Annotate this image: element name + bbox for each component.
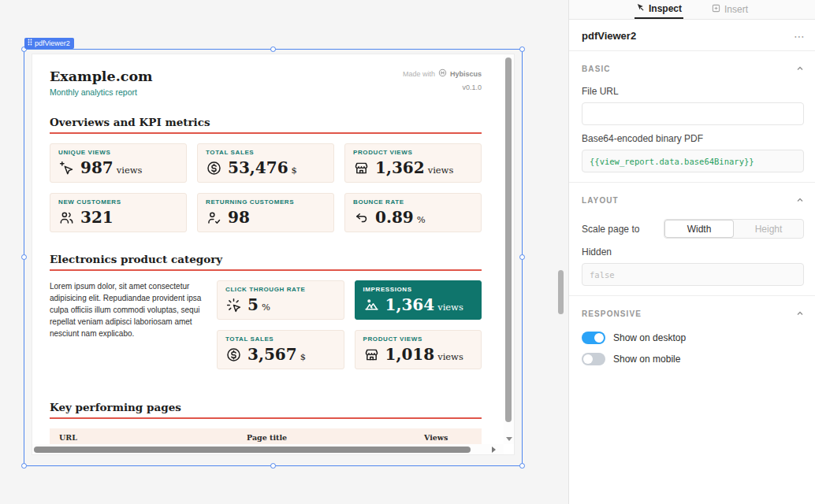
show-on-mobile-label: Show on mobile [613,354,680,365]
base64-label: Base64-encoded binary PDF [582,133,804,144]
kpi-label: BOUNCE RATE [353,198,473,206]
report-site-title: Example.com [50,69,153,84]
kpi-label: NEW CUSTOMERS [58,198,178,206]
show-on-desktop-toggle[interactable] [582,332,605,344]
users-icon [58,209,75,226]
dollar-coin-icon [206,160,222,176]
tab-inspect-label: Inspect [649,3,682,14]
resize-handle-bottom-left[interactable] [21,463,27,469]
canvas-scrollbar-thumb[interactable] [558,270,564,314]
electronics-card: CLICK THROUGH RATE 5% [217,280,344,320]
responsive-section-title: RESPONSIVE [582,309,642,318]
hidden-value: false [590,270,615,280]
tab-inspect[interactable]: Inspect [635,0,683,19]
card-label: CLICK THROUGH RATE [225,286,336,293]
kpi-card: NEW CUSTOMERS 321 [50,193,187,232]
kpi-value: 53,476 [228,159,288,176]
pdf-horizontal-scrollbar[interactable] [32,444,504,454]
column-url: URL [59,433,247,442]
card-value: 1,364 [385,296,435,313]
column-views: Views [424,433,472,442]
card-unit: views [437,302,463,313]
component-selection-badge[interactable]: pdfViewer2 [24,38,74,49]
hidden-input[interactable]: false [582,263,804,286]
card-unit: % [262,302,270,313]
base64-input[interactable]: {{view_report.data.base64Binary}} [582,150,804,172]
card-value: 1,018 [385,346,435,363]
electronics-card-grid: CLICK THROUGH RATE 5% IMPRESSIONS [217,280,482,369]
card-label: PRODUCT VIEWS [363,335,474,343]
show-on-desktop-label: Show on desktop [613,332,686,343]
scale-page-label: Scale page to [582,224,639,235]
resize-handle-left[interactable] [21,254,27,260]
resize-handle-top-right[interactable] [519,46,525,52]
inspect-cursor-icon [636,3,645,14]
file-url-input[interactable] [582,102,804,125]
segment-height[interactable]: Height [734,220,803,238]
made-with-label: Made with [403,70,435,78]
electronics-card: PRODUCT VIEWS 1,018views [355,330,482,369]
report-version: v0.1.0 [403,83,482,91]
storefront-icon [353,160,370,176]
resize-handle-top[interactable] [270,46,276,52]
basic-section-title: BASIC [582,65,611,73]
brand-name: Hybiscus [450,70,482,78]
electronics-section-title: Electronics product category [50,253,482,265]
resize-handle-right[interactable] [519,254,525,260]
pdf-vertical-scrollbar[interactable] [504,54,514,444]
selection-badge-label: pdfViewer2 [35,38,70,49]
kpi-label: PRODUCT VIEWS [353,149,473,156]
file-url-label: File URL [582,86,804,97]
card-label: TOTAL SALES [225,335,336,343]
drag-handle-icon[interactable] [28,38,32,49]
pages-table-header: URL Page title Views [50,428,482,444]
card-value: 3,567 [247,346,297,363]
insert-plus-icon [712,4,720,15]
report-subtitle: Monthly analytics report [50,87,153,97]
toggle-knob [594,333,604,343]
column-page-title: Page title [247,433,424,442]
storefront-icon [363,346,380,363]
segment-width[interactable]: Width [664,220,734,238]
kpi-card: UNIQUE VIEWS 987views [50,143,187,183]
kpi-label: UNIQUE VIEWS [58,149,178,156]
inspector-tabbar: Inspect Insert [569,0,815,20]
pdf-horizontal-scroll-thumb[interactable] [34,447,471,453]
show-on-mobile-toggle[interactable] [582,353,605,365]
kpi-unit: views [117,165,143,176]
tab-insert[interactable]: Insert [710,0,750,19]
kpi-value: 987 [80,159,114,176]
report-header: Example.com Monthly analytics report Mad… [50,69,482,97]
pdf-page: Example.com Monthly analytics report Mad… [32,54,504,444]
card-unit: $ [300,351,306,362]
pdf-vertical-scroll-thumb[interactable] [505,57,512,422]
overflow-menu-icon[interactable]: ⋯ [794,32,806,40]
resize-handle-bottom[interactable] [270,463,276,469]
pages-section-title: Key performing pages [50,401,482,413]
chevron-up-icon[interactable] [796,61,804,76]
chevron-up-icon[interactable] [796,306,804,321]
cursor-star-icon [58,160,75,176]
dollar-coin-icon [225,346,242,363]
chevron-up-icon[interactable] [796,193,804,207]
kpi-unit: % [417,214,426,225]
card-value: 5 [247,296,259,313]
scroll-right-arrow-icon[interactable] [492,447,496,453]
scale-segmented-control: Width Height [664,219,804,239]
kpi-label: TOTAL SALES [206,149,326,156]
card-unit: views [437,351,463,362]
tab-insert-label: Insert [724,4,748,15]
electronics-paragraph: Lorem ipsum dolor, sit amet consectetur … [50,280,206,369]
kpi-value: 1,362 [375,159,425,176]
kpi-card: RETURNING CUSTOMERS 98 [197,193,334,232]
tap-rays-icon [225,297,242,313]
hybiscus-logo [438,69,447,79]
toggle-knob [583,354,593,364]
card-label: IMPRESSIONS [363,286,474,293]
kpi-card: TOTAL SALES 53,476$ [197,143,334,183]
section-rule [50,269,482,271]
pdf-viewer-component[interactable]: Example.com Monthly analytics report Mad… [32,54,515,455]
scroll-down-arrow-icon[interactable] [506,437,512,441]
resize-handle-bottom-right[interactable] [519,463,525,469]
editor-canvas[interactable]: pdfViewer2 Example.com Monthly analytics… [0,0,568,504]
